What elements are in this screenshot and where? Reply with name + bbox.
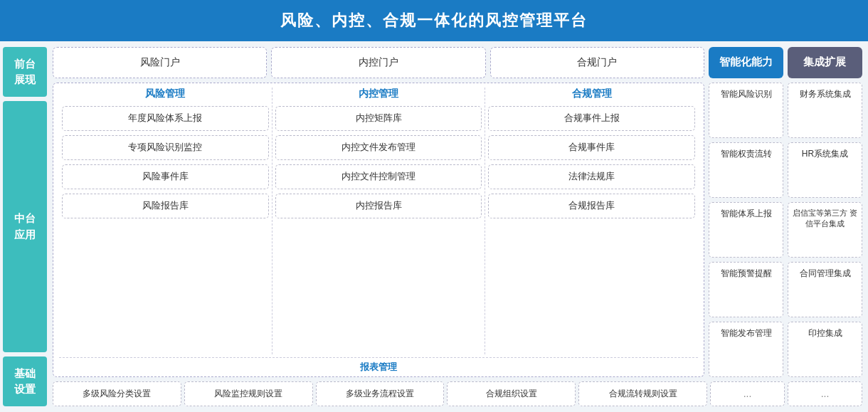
bottom-row: 多级风险分类设置 风险监控规则设置 多级业务流程设置 合规组织设置 合规流转规则… [53,381,862,406]
internal-card-3: 内控报告库 [275,194,482,218]
smart-card-0: 智能风险识别 [709,83,783,138]
page-header: 风险、内控、合规一体化的风控管理平台 [0,0,868,41]
risk-card-2: 风险事件库 [62,164,269,189]
main-layout: 前台展现 中台应用 基础设置 风险门户 内控门户 合规门户 智能化能力 集成扩 [0,41,868,412]
sidebar-item-frontend[interactable]: 前台展现 [3,47,47,97]
internal-portal-box: 内控门户 [271,47,485,78]
integration-card-0: 财务系统集成 [788,83,862,138]
smart-card-3: 智能预警提醒 [709,262,783,317]
compliance-portal-box: 合规门户 [490,47,704,78]
compliance-card-1: 合规事件库 [488,135,695,160]
sidebar-item-base[interactable]: 基础设置 [3,356,47,406]
report-row: 报表管理 [59,357,698,374]
internal-card-2: 内控文件控制管理 [275,164,482,189]
sidebar-label-base: 基础设置 [14,366,36,398]
sidebar-label-frontend: 前台展现 [14,56,36,88]
compliance-portal-label: 合规门户 [577,56,617,68]
internal-portal-label: 内控门户 [359,56,398,68]
header-title: 风险、内控、合规一体化的风控管理平台 [280,11,588,29]
risk-card-1: 专项风险识别监控 [62,135,269,160]
integration-header: 集成扩展 [788,47,862,78]
internal-card-0: 内控矩阵库 [275,106,482,131]
internal-column: 内控管理 内控矩阵库 内控文件发布管理 内控文件控制管理 内控报告库 [272,88,485,354]
integration-card-3: 合同管理集成 [788,262,862,317]
compliance-card-3: 合规报告库 [488,194,695,218]
bottom-ellipsis-2: ... [788,381,862,406]
risk-portal-label: 风险门户 [140,56,180,68]
integration-card-2-label: 启信宝等第三方 资信平台集成 [793,208,857,228]
main-columns-container: 风险管理 年度风险体系上报 专项风险识别监控 风险事件库 风险报告库 内控管理 … [53,83,704,377]
capability-header: 智能化能力 [709,47,783,78]
middle-row: 风险管理 年度风险体系上报 专项风险识别监控 风险事件库 风险报告库 内控管理 … [53,83,862,377]
sidebar: 前台展现 中台应用 基础设置 [0,41,50,412]
integration-card-2: 启信宝等第三方 资信平台集成 [788,202,862,258]
smart-card-1: 智能权责流转 [709,142,783,198]
bottom-card-1: 风险监控规则设置 [184,381,313,406]
smart-card-4: 智能发布管理 [709,322,783,377]
report-label: 报表管理 [360,361,397,372]
risk-col-title: 风险管理 [62,88,269,100]
capability-label: 智能化能力 [719,56,773,68]
sidebar-label-middle: 中台应用 [14,211,36,243]
three-columns: 风险管理 年度风险体系上报 专项风险识别监控 风险事件库 风险报告库 内控管理 … [59,88,698,354]
compliance-card-2: 法律法规库 [488,164,695,189]
bottom-card-3: 合规组织设置 [447,381,576,406]
integration-card-1: HR系统集成 [788,142,862,198]
compliance-column: 合规管理 合规事件上报 合规事件库 法律法规库 合规报告库 [485,88,698,354]
compliance-card-0: 合规事件上报 [488,106,695,131]
smart-card-2: 智能体系上报 [709,202,783,258]
risk-column: 风险管理 年度风险体系上报 专项风险识别监控 风险事件库 风险报告库 [59,88,272,354]
bottom-ellipsis-1: ... [710,381,785,406]
smart-panel: 智能风险识别 智能权责流转 智能体系上报 智能预警提醒 智能发布管理 [709,83,783,377]
internal-col-title: 内控管理 [275,88,482,100]
internal-card-1: 内控文件发布管理 [275,135,482,160]
risk-card-3: 风险报告库 [62,194,269,218]
bottom-card-4: 合规流转规则设置 [578,381,707,406]
sidebar-item-middle[interactable]: 中台应用 [3,101,47,352]
front-row: 风险门户 内控门户 合规门户 智能化能力 集成扩展 [53,47,862,78]
content-area: 风险门户 内控门户 合规门户 智能化能力 集成扩展 风险管理 [50,41,868,412]
risk-card-0: 年度风险体系上报 [62,106,269,131]
integration-card-4: 印控集成 [788,322,862,377]
integration-panel: 财务系统集成 HR系统集成 启信宝等第三方 资信平台集成 合同管理集成 印控集成 [788,83,862,377]
integration-label: 集成扩展 [803,56,846,68]
risk-portal-box: 风险门户 [53,47,267,78]
bottom-card-0: 多级风险分类设置 [53,381,181,406]
bottom-card-2: 多级业务流程设置 [316,381,445,406]
compliance-col-title: 合规管理 [488,88,695,100]
